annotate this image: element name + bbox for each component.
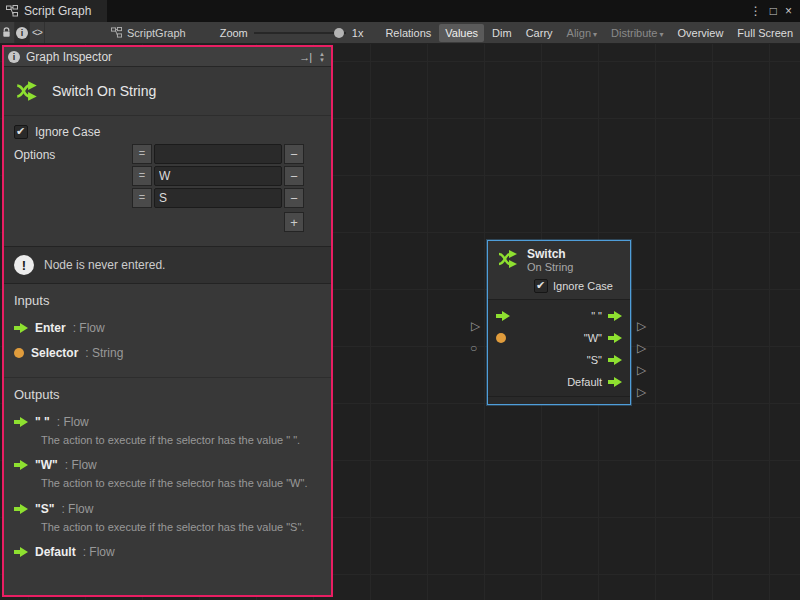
inputs-section: Inputs Enter : Flow Selector : String <box>4 284 331 373</box>
output-description: The action to execute if the selector ha… <box>41 476 321 490</box>
node-row-default: Default <box>488 371 630 393</box>
flow-out-port[interactable] <box>608 311 622 321</box>
outputs-header: Outputs <box>14 387 321 402</box>
input-row-selector: Selector : String <box>14 346 321 360</box>
ignore-case-checkbox[interactable] <box>14 125 28 139</box>
node-footer <box>488 396 630 404</box>
graph-breadcrumb[interactable]: ScriptGraph <box>111 27 186 39</box>
ext-out-port[interactable]: ▷ <box>637 342 646 354</box>
drag-handle-icon[interactable]: = <box>132 188 152 208</box>
code-icon: <> <box>32 27 42 38</box>
window-menu-icon[interactable]: ⋮ <box>750 0 762 22</box>
ext-out-port[interactable]: ▷ <box>637 364 646 376</box>
node-subtitle: On String <box>527 261 573 274</box>
title-bar: Script Graph ⋮ □ × <box>0 0 800 22</box>
flow-in-port[interactable] <box>496 311 510 321</box>
options-label: Options <box>14 144 132 232</box>
warning-text: Node is never entered. <box>44 258 165 272</box>
warning-banner: ! Node is never entered. <box>4 246 331 284</box>
ext-flow-in-port[interactable]: ▷ <box>471 320 480 332</box>
port-label: Default <box>567 376 602 388</box>
zoom-slider-track <box>254 32 346 34</box>
flow-port-icon <box>14 417 28 427</box>
switch-node[interactable]: Switch On String Ignore Case " " <box>487 240 631 405</box>
remove-option-button[interactable]: − <box>284 144 304 164</box>
ignore-case-label: Ignore Case <box>35 125 100 139</box>
info-icon: i <box>8 51 20 63</box>
option-value-input[interactable] <box>154 166 282 186</box>
zoom-label: Zoom <box>220 27 248 39</box>
inspector-title: Graph Inspector <box>26 50 293 64</box>
ext-out-port[interactable]: ▷ <box>637 386 646 398</box>
switch-icon <box>14 78 40 104</box>
port-label: " " <box>591 310 602 322</box>
overview-button[interactable]: Overview <box>672 24 730 42</box>
dim-button[interactable]: Dim <box>486 24 518 42</box>
tab-script-graph[interactable]: Script Graph <box>0 0 107 22</box>
option-row: = − <box>132 166 304 186</box>
add-option-button[interactable]: + <box>284 212 304 232</box>
inputs-header: Inputs <box>14 293 321 308</box>
ext-selector-port[interactable]: ○ <box>470 342 477 354</box>
flow-out-port[interactable] <box>608 355 622 365</box>
graph-name-label: ScriptGraph <box>127 27 186 39</box>
inspector-toggle-button[interactable]: i <box>15 22 30 43</box>
relations-button[interactable]: Relations <box>379 24 437 42</box>
inspector-empty-area <box>4 572 331 595</box>
info-icon: i <box>16 27 28 39</box>
full-screen-button[interactable]: Full Screen <box>731 24 799 42</box>
zoom-slider-handle[interactable] <box>334 28 344 38</box>
selector-value-port[interactable] <box>496 333 506 343</box>
maximize-icon[interactable]: □ <box>770 0 777 22</box>
panel-stepper[interactable]: ▲ ▼ <box>317 51 327 63</box>
inspector-header[interactable]: i Graph Inspector →| ▲ ▼ <box>4 47 331 67</box>
lock-button[interactable] <box>0 22 15 43</box>
option-row: = − <box>132 188 304 208</box>
close-icon[interactable]: × <box>785 0 792 22</box>
dock-icon[interactable]: →| <box>299 51 311 63</box>
ignore-case-row: Ignore Case <box>14 125 321 139</box>
node-ignore-case-row: Ignore Case <box>488 276 630 300</box>
node-ignore-case-checkbox[interactable] <box>534 279 548 293</box>
ext-out-port[interactable]: ▷ <box>637 320 646 332</box>
drag-handle-icon[interactable]: = <box>132 166 152 186</box>
zoom-value: 1x <box>352 27 364 39</box>
graph-inspector-panel: i Graph Inspector →| ▲ ▼ Switch On Strin… <box>2 45 333 597</box>
edit-script-button[interactable]: <> <box>30 22 45 43</box>
flow-out-port[interactable] <box>608 333 622 343</box>
value-port-icon <box>14 348 24 358</box>
port-label: "W" <box>584 332 602 344</box>
warning-icon: ! <box>14 255 34 275</box>
output-row: "S" : Flow <box>14 502 321 516</box>
output-row: "W" : Flow <box>14 458 321 472</box>
option-value-input[interactable] <box>154 144 282 164</box>
output-description: The action to execute if the selector ha… <box>41 520 321 534</box>
remove-option-button[interactable]: − <box>284 188 304 208</box>
align-dropdown[interactable]: Align▾ <box>561 24 603 42</box>
option-row: = − <box>132 144 304 164</box>
options-list: = − = − = − + <box>132 144 304 232</box>
node-header[interactable]: Switch On String <box>488 241 630 276</box>
node-ignore-case-label: Ignore Case <box>553 280 613 292</box>
node-row-enter: " " <box>488 305 630 327</box>
node-title: Switch <box>527 247 573 261</box>
flow-out-port[interactable] <box>608 377 622 387</box>
output-row: Default : Flow <box>14 545 321 559</box>
flow-port-icon <box>14 323 28 333</box>
remove-option-button[interactable]: − <box>284 166 304 186</box>
distribute-dropdown[interactable]: Distribute▾ <box>605 24 669 42</box>
outputs-section: Outputs " " : Flow The action to execute… <box>4 377 331 572</box>
flow-port-icon <box>14 504 28 514</box>
inspector-node-title: Switch On String <box>52 83 156 99</box>
flow-port-icon <box>14 460 28 470</box>
zoom-slider[interactable] <box>254 28 346 38</box>
drag-handle-icon[interactable]: = <box>132 144 152 164</box>
output-row: " " : Flow <box>14 415 321 429</box>
step-down-icon[interactable]: ▼ <box>319 57 325 63</box>
node-row-s: "S" <box>488 349 630 371</box>
lock-icon <box>1 27 12 38</box>
carry-button[interactable]: Carry <box>520 24 559 42</box>
flow-port-icon <box>14 547 28 557</box>
values-button[interactable]: Values <box>439 24 484 42</box>
option-value-input[interactable] <box>154 188 282 208</box>
